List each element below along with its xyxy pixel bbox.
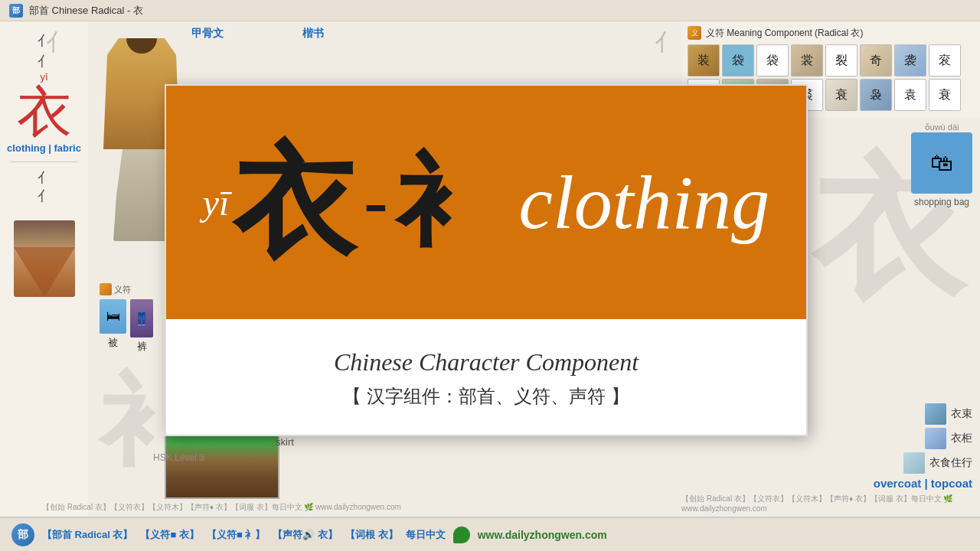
vocab-yigui: 衣柜 (951, 432, 972, 445)
vocab-section: 衣束 衣柜 衣食住行 overcoat | topcoat (874, 403, 972, 490)
bei-item: 🛏 被 (100, 299, 126, 354)
vocab-yishizhuxing: 衣食住行 (929, 456, 972, 470)
shopping-bag-image: 🛍 (911, 132, 972, 194)
ccc-subtitle: 【 汉字组件：部首、义符、声符 】 (343, 384, 629, 409)
bottom-bar-icon: 部 (11, 523, 34, 546)
watermark-right-text: 【创始 Radical 衣】【义符衣】【义符木】【声符♦ 衣】【词服 衣】每日中… (681, 494, 980, 513)
top-bar-title: 部首 Chinese Radical - 衣 (29, 4, 143, 18)
watermark-left-text: 【创始 Radical 衣】【义符衣】【义符木】【声符♦ 衣】【词服 衣】每日中… (42, 502, 401, 513)
mc-icon: 义 (688, 26, 701, 40)
mc-char-2: 袋 (722, 44, 754, 77)
main-card: yī 衣 - 衤 clothing Chinese Character Comp… (165, 84, 808, 436)
shopping-bag-pinyin: ǒuwù dài (911, 122, 972, 132)
mc-char-7: 袭 (894, 44, 926, 77)
mc-row-1: 装 袋 袋 裳 裂 奇 袭 衮 (688, 44, 974, 77)
orange-pinyin: yī (203, 181, 230, 223)
overcoat-label: overcoat | topcoat (874, 477, 972, 490)
ku-label: 裤 (137, 340, 147, 354)
mc-char-1: 装 (688, 44, 720, 77)
hsk-level-label: HSK Level 3 (153, 452, 204, 463)
ku-image: 👖 (130, 299, 153, 337)
mc-title: 义符 Meaning Component (Radical 衣) (706, 27, 863, 40)
bottom-bar: 部 【部首 Radical 衣】 【义符■ 衣】 【义符■ 衤】 【声符🔊 衣】… (0, 517, 980, 551)
sidebar-meaning: clothing | fabric (7, 142, 81, 155)
vocab-item-3: 衣食住行 (874, 452, 972, 474)
bottom-link-rizi[interactable]: 每日中文 (406, 528, 446, 542)
vocab-yishu: 衣束 (951, 407, 972, 421)
shopping-bag-label: shopping bag (911, 197, 972, 207)
bottom-link-yifu2[interactable]: 【义符■ 衤】 (207, 528, 265, 542)
top-bar: 部 部首 Chinese Radical - 衣 (0, 0, 980, 21)
orange-section: yī 衣 - 衤 clothing (166, 86, 806, 319)
bottom-link-bushou[interactable]: 【部首 Radical 衣】 (42, 528, 132, 542)
bei-image: 🛏 (100, 299, 126, 334)
vocab-item-2: 衣柜 (874, 428, 972, 449)
ku-item: 👖 裤 (130, 299, 153, 354)
mc-char-12: 衰 (825, 79, 858, 111)
mc-char-5: 裂 (825, 44, 858, 77)
shopping-bag-area: ǒuwù dài 🛍 shopping bag (911, 122, 972, 207)
yifu-icon-small (100, 283, 112, 295)
mc-char-14: 袁 (894, 79, 926, 111)
sidebar-radical-small-4: 亻 (38, 187, 51, 205)
green-leaf-icon (453, 527, 470, 543)
skirt-label: skirt (276, 436, 294, 448)
mc-header: 义 义符 Meaning Component (Radical 衣) (688, 26, 974, 40)
mc-char-6: 奇 (860, 44, 892, 77)
bottom-icon-char: 部 (18, 528, 28, 542)
sidebar-divider (10, 161, 78, 162)
skirt-image (14, 220, 75, 297)
mc-char-4: 裳 (791, 44, 823, 77)
white-section: Chinese Character Component 【 汉字组件：部首、义符… (166, 319, 806, 436)
top-bar-icon-char: 部 (12, 5, 20, 16)
sidebar-main-char: 衣 (17, 84, 72, 139)
bottom-link-shengfu[interactable]: 【声符🔊 衣】 (273, 528, 338, 542)
left-sidebar: 亻 亻 yī 衣 clothing | fabric 亻 亻 (0, 21, 88, 551)
watermark-left: 【创始 Radical 衣】【义符衣】【义符木】【声符♦ 衣】【词服 衣】每日中… (42, 502, 401, 513)
orange-english: clothing (519, 158, 770, 246)
bottom-link-yifu1[interactable]: 【义符■ 衣】 (140, 528, 198, 542)
mc-char-13: 袅 (860, 79, 892, 111)
jiaguwen-label: 甲骨文 (191, 27, 224, 41)
mc-char-3: 袋 (756, 44, 789, 77)
yifu-icon-label: 义符 (114, 284, 131, 295)
orange-radical: 衤 (397, 135, 496, 270)
vocab-item-1: 衣束 (874, 403, 972, 425)
orange-content: yī 衣 - 衤 clothing (203, 135, 770, 270)
mc-char-15: 衰 (929, 79, 961, 111)
sidebar-radical-small-3: 亻 (38, 168, 51, 187)
ccc-title: Chinese Character Component (334, 348, 639, 377)
bei-label: 被 (108, 336, 118, 350)
radical-top-left-char: 亻 (46, 27, 69, 58)
kaishu-label: 楷书 (302, 27, 324, 41)
orange-dash: - (363, 158, 388, 246)
website-link[interactable]: www.dailyzhongwen.com (478, 529, 607, 541)
orange-hanzi: 衣 (233, 142, 355, 264)
radical-top-right-char: 亻 (655, 27, 678, 58)
bottom-link-cigen[interactable]: 【词根 衣】 (345, 528, 398, 542)
top-bar-icon: 部 (9, 4, 23, 18)
mc-char-extra-1: 衮 (929, 44, 961, 77)
watermark-right: 【创始 Radical 衣】【义符衣】【义符木】【声符♦ 衣】【词服 衣】每日中… (681, 494, 980, 513)
